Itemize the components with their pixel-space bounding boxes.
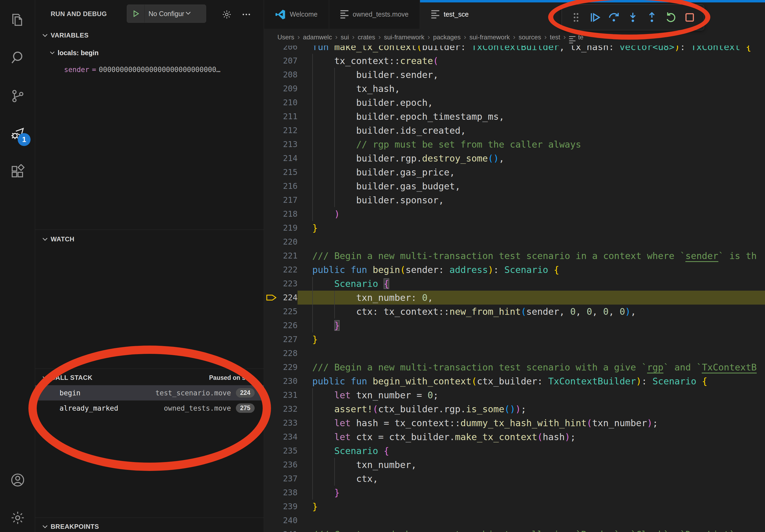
- line-number[interactable]: 218: [280, 207, 298, 221]
- code-line-222[interactable]: 222public fun begin(sender: address): Sc…: [264, 263, 765, 277]
- code-line-228[interactable]: 228: [264, 346, 765, 360]
- code-line-211[interactable]: 211 builder.epoch_timestamp_ms,: [264, 110, 765, 124]
- code-line-209[interactable]: 209 tx_hash,: [264, 82, 765, 96]
- breadcrumb-item[interactable]: packages: [433, 34, 461, 41]
- call-stack-section-header[interactable]: CALL STACK Paused on step: [35, 370, 264, 385]
- debug-settings-gear-icon[interactable]: [221, 9, 233, 20]
- line-number[interactable]: 223: [280, 277, 298, 291]
- tab-welcome[interactable]: Welcome: [264, 0, 329, 29]
- line-number[interactable]: 233: [280, 416, 298, 430]
- breadcrumb-item[interactable]: sui-framework: [384, 34, 424, 41]
- code-line-207[interactable]: 207 tx_context::create(: [264, 54, 765, 68]
- line-number[interactable]: 222: [280, 263, 298, 277]
- line-number[interactable]: 237: [280, 472, 298, 486]
- line-number[interactable]: 240: [280, 513, 298, 527]
- line-number[interactable]: 239: [280, 500, 298, 513]
- code-line-234[interactable]: 234 let ctx = ctx_builder.make_tx_contex…: [264, 430, 765, 444]
- code-line-230[interactable]: 230public fun begin_with_context(ctx_bui…: [264, 374, 765, 388]
- breadcrumb-item[interactable]: crates: [358, 34, 375, 41]
- watch-section-header[interactable]: WATCH: [35, 232, 264, 247]
- line-number[interactable]: 238: [280, 486, 298, 500]
- code-line-240[interactable]: 240: [264, 513, 765, 527]
- breadcrumb-file-item[interactable]: te: [569, 31, 583, 43]
- code-editor[interactable]: 206fun make_tx_context(builder: TxContex…: [264, 40, 765, 532]
- code-line-208[interactable]: 208 builder.sender,: [264, 68, 765, 82]
- line-number[interactable]: 208: [280, 68, 298, 82]
- activity-item-extensions[interactable]: [0, 153, 35, 191]
- line-number[interactable]: 216: [280, 179, 298, 193]
- code-line-225[interactable]: 225 ctx: tx_context::new_from_hint(sende…: [264, 305, 765, 319]
- step-out-icon[interactable]: [644, 10, 659, 25]
- line-number[interactable]: 230: [280, 374, 298, 388]
- breadcrumb-item[interactable]: sui: [341, 34, 349, 41]
- code-line-210[interactable]: 210 builder.epoch,: [264, 96, 765, 110]
- line-number[interactable]: 236: [280, 458, 298, 472]
- call-stack-frame-begin[interactable]: begintest_scenario.move224: [35, 385, 264, 400]
- line-number[interactable]: 220: [280, 235, 298, 249]
- line-number[interactable]: 241: [280, 527, 298, 532]
- code-line-221[interactable]: 221/// Begin a new multi-transaction tes…: [264, 249, 765, 263]
- line-number[interactable]: 225: [280, 305, 298, 319]
- code-line-215[interactable]: 215 builder.gas_price,: [264, 165, 765, 179]
- breadcrumb-item[interactable]: Users: [278, 34, 294, 41]
- code-line-233[interactable]: 233 let hash = tx_context::dummy_tx_hash…: [264, 416, 765, 430]
- breadcrumb-item[interactable]: adamwelc: [303, 34, 332, 41]
- line-number[interactable]: 229: [280, 360, 298, 374]
- variables-scope-row[interactable]: locals: begin: [35, 45, 264, 61]
- step-into-icon[interactable]: [625, 10, 640, 25]
- line-number[interactable]: 226: [280, 319, 298, 333]
- line-number[interactable]: 213: [280, 137, 298, 151]
- line-number[interactable]: 231: [280, 388, 298, 402]
- code-line-237[interactable]: 237 ctx,: [264, 472, 765, 486]
- code-line-229[interactable]: 229/// Begin a new multi-transaction tes…: [264, 360, 765, 374]
- activity-item-run-and-debug[interactable]: 1: [0, 116, 35, 153]
- code-line-212[interactable]: 212 builder.ids_created,: [264, 124, 765, 137]
- line-number[interactable]: 217: [280, 193, 298, 207]
- continue-icon[interactable]: [587, 10, 602, 25]
- tab-owned-tests-move[interactable]: owned_tests.move: [329, 0, 420, 29]
- line-number[interactable]: 210: [280, 96, 298, 110]
- debug-config-dropdown[interactable]: No Configur: [127, 5, 206, 23]
- line-number[interactable]: 207: [280, 54, 298, 68]
- variables-section-header[interactable]: VARIABLES: [35, 28, 264, 43]
- code-line-216[interactable]: 216 builder.gas_budget,: [264, 179, 765, 193]
- line-number[interactable]: 221: [280, 249, 298, 263]
- variable-row-sender[interactable]: sender = 0000000000000000000000000000…: [35, 62, 264, 78]
- call-stack-frame-already_marked[interactable]: already_markedowned_tests.move275: [35, 400, 264, 416]
- code-line-241[interactable]: 241/// Creates and shares system objects…: [264, 527, 765, 532]
- code-line-226[interactable]: 226 }: [264, 319, 765, 333]
- breakpoints-section-header[interactable]: BREAKPOINTS: [35, 519, 264, 532]
- code-line-220[interactable]: 220: [264, 235, 765, 249]
- line-number[interactable]: 232: [280, 402, 298, 416]
- line-number[interactable]: 211: [280, 110, 298, 124]
- activity-item-settings[interactable]: [0, 499, 35, 532]
- line-number[interactable]: 219: [280, 221, 298, 235]
- breadcrumb-item[interactable]: test: [550, 34, 560, 41]
- line-number[interactable]: 224: [280, 291, 298, 305]
- code-line-213[interactable]: 213 // rgp must be set from the caller a…: [264, 137, 765, 151]
- code-line-236[interactable]: 236 txn_number,: [264, 458, 765, 472]
- restart-icon[interactable]: [663, 10, 678, 25]
- code-line-239[interactable]: 239}: [264, 500, 765, 513]
- line-number[interactable]: 234: [280, 430, 298, 444]
- code-line-238[interactable]: 238 }: [264, 486, 765, 500]
- line-number[interactable]: 235: [280, 444, 298, 458]
- line-number[interactable]: 228: [280, 346, 298, 360]
- line-number[interactable]: 212: [280, 124, 298, 137]
- line-number[interactable]: 227: [280, 333, 298, 346]
- activity-item-search[interactable]: [0, 39, 35, 78]
- line-number[interactable]: 215: [280, 165, 298, 179]
- code-line-231[interactable]: 231 let txn_number = 0;: [264, 388, 765, 402]
- more-actions-icon[interactable]: [241, 9, 252, 20]
- step-over-icon[interactable]: [606, 10, 621, 25]
- code-line-235[interactable]: 235 Scenario {: [264, 444, 765, 458]
- breadcrumb-item[interactable]: sui-framework: [469, 34, 510, 41]
- code-line-214[interactable]: 214 builder.rgp.destroy_some(),: [264, 151, 765, 165]
- activity-item-explorer[interactable]: [0, 1, 35, 39]
- line-number[interactable]: 209: [280, 82, 298, 96]
- code-line-224[interactable]: 224 txn_number: 0,: [264, 291, 765, 305]
- code-line-232[interactable]: 232 assert!(ctx_builder.rgp.is_some());: [264, 402, 765, 416]
- code-line-227[interactable]: 227}: [264, 333, 765, 346]
- code-line-218[interactable]: 218 ): [264, 207, 765, 221]
- code-line-223[interactable]: 223 Scenario {: [264, 277, 765, 291]
